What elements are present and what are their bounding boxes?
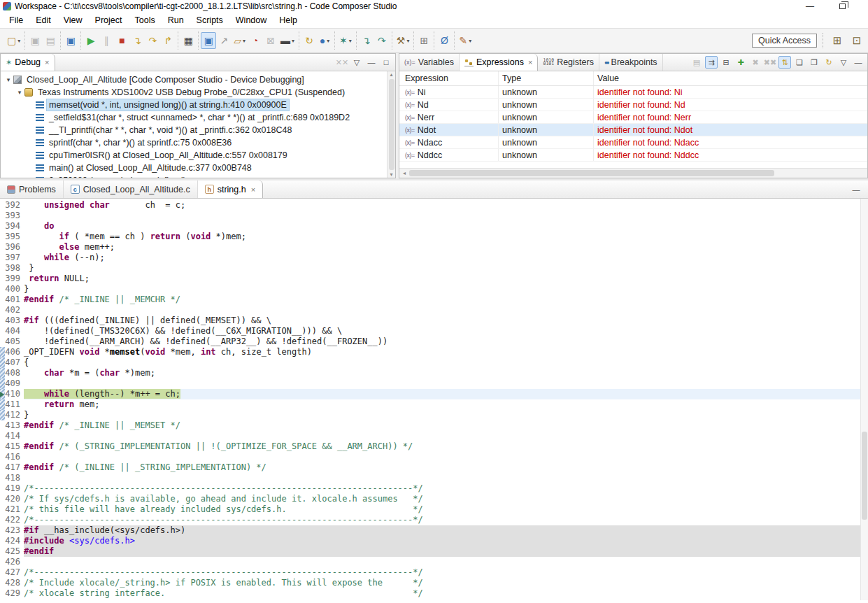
tree-expander-icon[interactable]: ▾ <box>16 89 23 96</box>
code-line[interactable]: 412} <box>0 410 868 420</box>
new-target-config-button[interactable]: ⊞ <box>416 32 432 49</box>
line-number[interactable]: 419 <box>5 483 24 494</box>
code-line[interactable]: 396 else mem++; <box>0 242 868 253</box>
code-line[interactable]: 427/*-----------------------------------… <box>0 567 868 578</box>
restore-window-button[interactable] <box>836 1 848 11</box>
prohibit-button[interactable]: Ø <box>436 32 452 49</box>
scrollbar-thumb[interactable] <box>409 170 774 176</box>
code-line[interactable]: 411 return mem; <box>0 399 868 410</box>
line-number[interactable]: 426 <box>5 557 24 567</box>
scroll-left-icon[interactable]: ◂ <box>399 170 409 176</box>
line-number[interactable]: 422 <box>5 515 24 525</box>
code-line[interactable]: 406_OPT_IDEFN void *memset(void *mem, in… <box>0 347 868 357</box>
line-number[interactable]: 414 <box>5 431 24 441</box>
line-number[interactable]: 429 <box>5 588 24 599</box>
expressions-horizontal-scrollbar[interactable]: ◂ <box>399 168 867 178</box>
expression-row[interactable]: (x)=Niunknownidentifier not found: Ni <box>399 86 867 99</box>
code-line[interactable]: 424#include <sys/cdefs.h> <box>0 536 868 546</box>
advanced-reset-button[interactable]: ●▾ <box>317 32 332 49</box>
step-over-button[interactable]: ↷ <box>145 32 160 49</box>
view-menu-button[interactable]: ▽ <box>837 56 850 69</box>
line-number[interactable]: 410 <box>5 389 24 399</box>
remove-expression-button[interactable]: ✖ <box>749 56 762 69</box>
code-line[interactable]: 398 } <box>0 263 868 274</box>
code-line[interactable]: 421/* this file will have already includ… <box>0 504 868 515</box>
line-number[interactable]: 401 <box>5 295 24 305</box>
detach-view-button[interactable]: ❐ <box>808 56 820 69</box>
tab-debug[interactable]: ✶ Debug × <box>1 54 55 71</box>
code-line[interactable]: 416 <box>0 452 868 462</box>
code-line[interactable]: 422/*-----------------------------------… <box>0 515 868 525</box>
code-line[interactable]: 414 <box>0 431 868 441</box>
line-number[interactable]: 396 <box>5 242 24 253</box>
chevron-down-icon[interactable]: ▾ <box>349 38 352 44</box>
expression-row[interactable]: (x)=Ndotunknownidentifier not found: Ndo… <box>399 124 867 136</box>
chevron-down-icon[interactable]: ▾ <box>406 38 409 44</box>
resume-button[interactable]: ▶ <box>83 32 99 49</box>
code-line[interactable]: 417#endif /* (_INLINE || _STRING_IMPLEME… <box>0 462 868 473</box>
terminate-button[interactable]: ■ <box>114 32 129 49</box>
flash-chip-button[interactable]: ▬▾ <box>278 32 297 49</box>
chevron-down-icon[interactable]: ▾ <box>469 38 471 44</box>
load-program-button[interactable]: ▱▾ <box>232 32 248 49</box>
show-type-names-button[interactable]: ▤ <box>690 56 703 69</box>
save-all-button[interactable]: ▤ <box>43 32 58 49</box>
menu-project[interactable]: Project <box>89 14 129 27</box>
code-line[interactable]: 399 return NULL; <box>0 274 868 284</box>
line-number[interactable]: 404 <box>5 326 24 336</box>
call-stack-row[interactable]: 0x350989 (no symbols are defined) <box>1 174 395 178</box>
restart-button[interactable]: ◔ <box>248 32 263 49</box>
line-number[interactable]: 412 <box>5 410 24 420</box>
line-number[interactable]: 406 <box>5 347 24 357</box>
menu-view[interactable]: View <box>57 14 89 27</box>
chevron-down-icon[interactable]: ▾ <box>327 38 329 44</box>
open-perspective-button[interactable]: ⊞ <box>829 32 846 49</box>
line-number[interactable]: 394 <box>5 221 24 232</box>
code-line[interactable]: 407{ <box>0 357 868 368</box>
chevron-down-icon[interactable]: ▾ <box>17 38 20 44</box>
call-stack-row[interactable]: __TI_printfi(char * *, char *, void *)()… <box>1 124 395 136</box>
code-line[interactable]: 394 do <box>0 221 868 232</box>
call-stack-row[interactable]: sprintf(char *, char *)() at sprintf.c:7… <box>1 136 395 149</box>
menu-file[interactable]: File <box>3 14 29 27</box>
line-number[interactable]: 424 <box>5 536 24 546</box>
line-number[interactable]: 417 <box>5 462 24 473</box>
line-number[interactable]: 423 <box>5 525 24 536</box>
code-line[interactable]: 408 char *m = (char *)mem; <box>0 368 868 378</box>
editor-tab-string-h[interactable]: hstring.h× <box>198 180 263 198</box>
minimize-window-button[interactable]: — <box>804 1 816 11</box>
line-number[interactable]: 421 <box>5 504 24 515</box>
code-line[interactable]: 413#endif /* _INLINE || _MEMSET */ <box>0 420 868 431</box>
source-lookup-button[interactable]: ↗ <box>216 32 232 49</box>
line-number[interactable]: 393 <box>5 211 24 221</box>
maximize-view-button[interactable]: □ <box>380 56 392 69</box>
line-number[interactable]: 411 <box>5 399 24 410</box>
code-line[interactable]: 418 <box>0 473 868 483</box>
code-editor[interactable]: 392 unsigned char ch = c;393394 do395 if… <box>0 199 868 600</box>
line-number[interactable]: 427 <box>5 567 24 578</box>
pencil-button[interactable]: ✎▾ <box>457 32 474 49</box>
line-number[interactable]: 425 <box>5 546 24 557</box>
expression-row[interactable]: (x)=Nerrunknownidentifier not found: Ner… <box>399 111 867 124</box>
new-file-button[interactable]: ▢▾ <box>5 32 22 49</box>
save-button[interactable]: ▣ <box>27 32 43 49</box>
code-line[interactable]: 400} <box>0 284 868 295</box>
line-number[interactable]: 405 <box>5 336 24 347</box>
code-line[interactable]: 397 while (--n); <box>0 253 868 263</box>
column-expression[interactable]: Expression <box>399 71 499 85</box>
editor-vertical-scrollbar[interactable] <box>860 199 868 600</box>
reset-cpu-button[interactable]: ↻ <box>301 32 317 49</box>
line-number[interactable]: 409 <box>5 378 24 389</box>
code-line[interactable]: 419/*-----------------------------------… <box>0 483 868 494</box>
tab-expressions[interactable]: Expressions× <box>460 54 539 71</box>
minimize-view-button[interactable]: — <box>852 56 865 69</box>
quick-access-box[interactable]: Quick Access <box>752 34 817 48</box>
editor-tab-problems[interactable]: Problems <box>0 180 64 198</box>
editor-tab-closed-loop-all-altitude-c[interactable]: cClosed_Loop_All_Altitude.c <box>64 180 198 198</box>
scroll-down-icon[interactable]: ▾ <box>390 171 392 178</box>
expression-row[interactable]: (x)=Ndaccunknownidentifier not found: Nd… <box>399 136 867 149</box>
scroll-up-icon[interactable]: ▴ <box>390 71 392 78</box>
line-number[interactable]: 418 <box>5 473 24 483</box>
code-line[interactable]: 393 <box>0 211 868 221</box>
menu-window[interactable]: Window <box>229 14 273 27</box>
